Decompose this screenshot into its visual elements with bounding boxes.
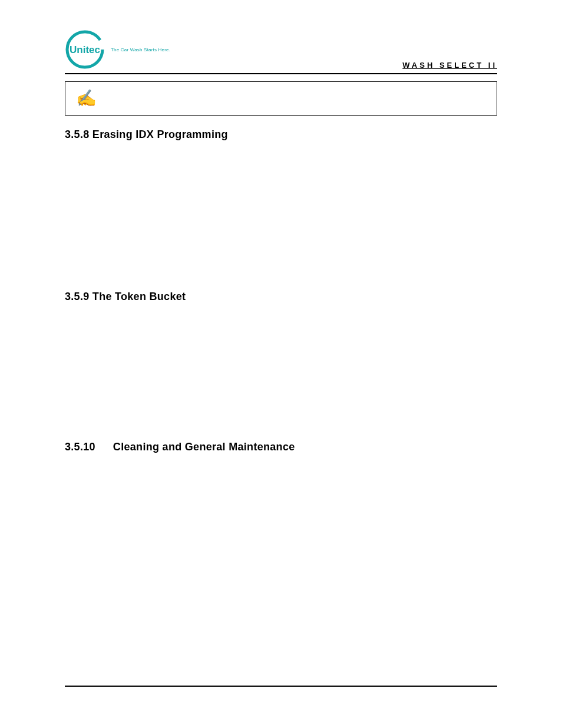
logo-block: Unitec The Car Wash Starts Here. [65, 29, 170, 70]
section-heading-3510: 3.5.10 Cleaning and General Maintenance [65, 441, 497, 453]
brand-logo-icon: Unitec [65, 29, 105, 70]
section-title-3510: Cleaning and General Maintenance [113, 441, 295, 453]
brand-tagline: The Car Wash Starts Here. [111, 47, 170, 52]
section-body-3510 [65, 463, 497, 628]
section-heading-359: 3.5.9 The Token Bucket [65, 291, 497, 303]
section-body-358 [65, 150, 497, 280]
header-divider [65, 73, 497, 74]
section-body-359 [65, 312, 497, 430]
page-header: Unitec The Car Wash Starts Here. WASH SE… [65, 29, 497, 70]
section-number-3510: 3.5.10 [65, 441, 95, 453]
section-heading-358: 3.5.8 Erasing IDX Programming [65, 129, 497, 141]
pencil-note-icon: ✍ [76, 90, 97, 107]
document-page: Unitec The Car Wash Starts Here. WASH SE… [0, 0, 562, 728]
footer-divider [65, 686, 497, 687]
page-footer [65, 686, 497, 687]
brand-logo-text: Unitec [70, 44, 100, 55]
document-title: WASH SELECT II [402, 61, 497, 70]
note-callout: ✍ [65, 81, 497, 116]
